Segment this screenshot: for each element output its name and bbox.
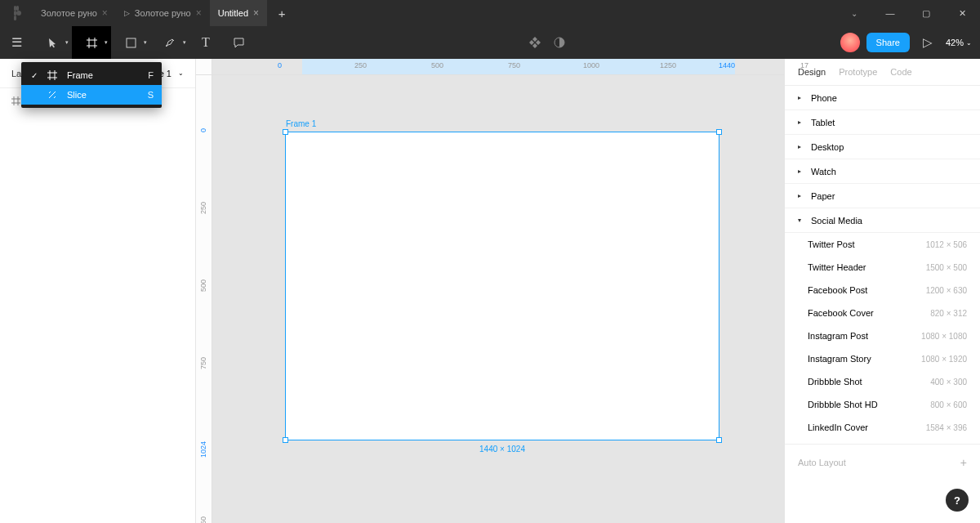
window-close[interactable]: ✕ xyxy=(944,0,980,26)
frame-tool-dropdown: ✓ Frame F Slice S xyxy=(21,62,162,108)
text-tool[interactable]: T xyxy=(189,26,222,59)
preset-instagram-story[interactable]: Instagram Story1080 × 1920 xyxy=(785,347,980,370)
section-paper[interactable]: ▸Paper xyxy=(785,184,980,208)
resize-handle-nw[interactable] xyxy=(283,129,288,135)
hamburger-icon: ☰ xyxy=(11,35,22,50)
user-avatar[interactable] xyxy=(840,33,860,52)
chevron-down-icon: ⌄ xyxy=(178,69,184,77)
component-icon[interactable] xyxy=(528,36,541,49)
preset-dim: 1080 × 1080 xyxy=(921,332,967,341)
move-tool[interactable]: ▾ xyxy=(33,26,72,59)
preset-dim: 1584 × 396 xyxy=(926,423,967,432)
preset-dim: 800 × 600 xyxy=(930,400,967,409)
svg-rect-1 xyxy=(14,6,16,11)
dropdown-item-frame[interactable]: ✓ Frame F xyxy=(21,65,162,85)
chevron-down-icon: ⌄ xyxy=(966,39,972,47)
tab-label: Золотое руно xyxy=(135,8,191,18)
frame-label[interactable]: Frame 1 xyxy=(286,119,316,128)
preset-dim: 1200 × 630 xyxy=(926,286,967,295)
rectangle-icon xyxy=(126,38,136,48)
comment-tool[interactable] xyxy=(222,26,255,59)
main-menu-button[interactable]: ☰ xyxy=(0,26,33,59)
section-social-media[interactable]: ▾ Social Media xyxy=(785,208,980,233)
resize-handle-sw[interactable] xyxy=(283,437,288,443)
section-label: Social Media xyxy=(811,216,862,226)
window-minimize[interactable]: — xyxy=(872,0,908,26)
help-button[interactable]: ? xyxy=(946,489,969,512)
comment-icon xyxy=(233,37,245,49)
close-icon: ✕ xyxy=(959,8,966,19)
preset-dim: 1012 × 506 xyxy=(926,240,967,249)
tab-prototype[interactable]: Prototype xyxy=(839,67,877,77)
toolbar-right: Share ▷ 42%⌄ xyxy=(840,26,980,59)
svg-rect-4 xyxy=(14,16,16,20)
dropdown-item-slice[interactable]: Slice S xyxy=(21,85,162,105)
shape-tool[interactable]: ▾ xyxy=(111,26,150,59)
present-button[interactable]: ▷ xyxy=(916,35,939,50)
chevron-right-icon: ▸ xyxy=(798,168,804,175)
preset-facebook-post[interactable]: Facebook Post1200 × 630 xyxy=(785,279,980,302)
file-tab-0[interactable]: Золотое руно × xyxy=(33,0,116,26)
section-label: Watch xyxy=(811,167,836,177)
plus-icon[interactable]: + xyxy=(960,456,967,469)
chevron-right-icon: ▸ xyxy=(798,94,804,101)
pointer-icon xyxy=(47,38,58,48)
minimize-icon: — xyxy=(886,8,895,18)
section-desktop[interactable]: ▸Desktop xyxy=(785,135,980,159)
tab-label: Untitled xyxy=(218,8,248,18)
preset-dim: 1500 × 500 xyxy=(926,263,967,272)
resize-handle-se[interactable] xyxy=(716,437,722,443)
resize-handle-ne[interactable] xyxy=(716,129,722,135)
preset-instagram-post[interactable]: Instagram Post1080 × 1080 xyxy=(785,324,980,347)
pen-tool[interactable]: ▾ xyxy=(150,26,189,59)
chevron-right-icon: ▸ xyxy=(798,192,804,199)
auto-layout-section[interactable]: Auto Layout + xyxy=(785,444,980,480)
preset-dribbble-shot-hd[interactable]: Dribbble Shot HD800 × 600 xyxy=(785,393,980,416)
main-toolbar: ☰ ▾ ▾ ▾ ▾ T Share ▷ 42%⌄ xyxy=(0,26,980,59)
play-icon: ▷ xyxy=(124,9,130,17)
section-label: Desktop xyxy=(811,142,844,152)
section-watch[interactable]: ▸Watch xyxy=(785,159,980,184)
close-icon[interactable]: × xyxy=(102,7,108,19)
share-button[interactable]: Share xyxy=(866,33,910,52)
preset-dribbble-shot[interactable]: Dribbble Shot400 × 300 xyxy=(785,370,980,393)
preset-name: Facebook Post xyxy=(808,285,867,295)
auto-layout-label: Auto Layout xyxy=(798,458,846,467)
pen-icon xyxy=(164,37,176,49)
design-panel: Design Prototype Code ▸Phone▸Tablet▸Desk… xyxy=(784,59,980,523)
play-icon: ▷ xyxy=(923,35,933,50)
figma-logo[interactable] xyxy=(0,0,33,26)
close-icon[interactable]: × xyxy=(196,7,202,19)
chevron-down-icon: ▾ xyxy=(65,39,69,46)
preset-name: LinkedIn Cover xyxy=(808,422,868,432)
preset-twitter-post[interactable]: Twitter Post1012 × 506 xyxy=(785,233,980,256)
mask-icon[interactable] xyxy=(553,36,566,49)
section-label: Tablet xyxy=(811,118,835,127)
ruler-horizontal[interactable] xyxy=(212,59,784,75)
panel-tabs: Design Prototype Code xyxy=(785,59,980,86)
frame-tool[interactable]: ▾ xyxy=(72,26,111,59)
svg-rect-3 xyxy=(14,11,16,16)
preset-name: Instagram Story xyxy=(808,354,871,364)
preset-twitter-header[interactable]: Twitter Header1500 × 500 xyxy=(785,256,980,279)
preset-name: Facebook Cover xyxy=(808,308,874,318)
dropdown-shortcut: F xyxy=(148,70,154,80)
new-tab-button[interactable]: + xyxy=(267,0,296,26)
tabs-overflow-button[interactable]: ⌄ xyxy=(836,9,872,18)
file-tab-2[interactable]: Untitled × xyxy=(210,0,267,26)
preset-dim: 1080 × 1920 xyxy=(921,355,967,364)
svg-rect-5 xyxy=(127,38,136,47)
section-tablet[interactable]: ▸Tablet xyxy=(785,110,980,135)
frame-1[interactable]: Frame 1 1440 × 1024 xyxy=(286,132,719,440)
zoom-control[interactable]: 42%⌄ xyxy=(946,38,972,47)
preset-name: Instagram Post xyxy=(808,331,868,341)
zoom-value: 42% xyxy=(946,38,964,47)
file-tab-1[interactable]: ▷ Золотое руно × xyxy=(116,0,210,26)
tab-code[interactable]: Code xyxy=(890,67,911,77)
preset-linkedin-cover[interactable]: LinkedIn Cover1584 × 396 xyxy=(785,416,980,439)
preset-facebook-cover[interactable]: Facebook Cover820 × 312 xyxy=(785,302,980,324)
section-phone[interactable]: ▸Phone xyxy=(785,86,980,110)
canvas[interactable]: Frame 1 1440 × 1024 xyxy=(196,59,784,523)
window-maximize[interactable]: ▢ xyxy=(908,0,944,26)
close-icon[interactable]: × xyxy=(253,7,259,19)
